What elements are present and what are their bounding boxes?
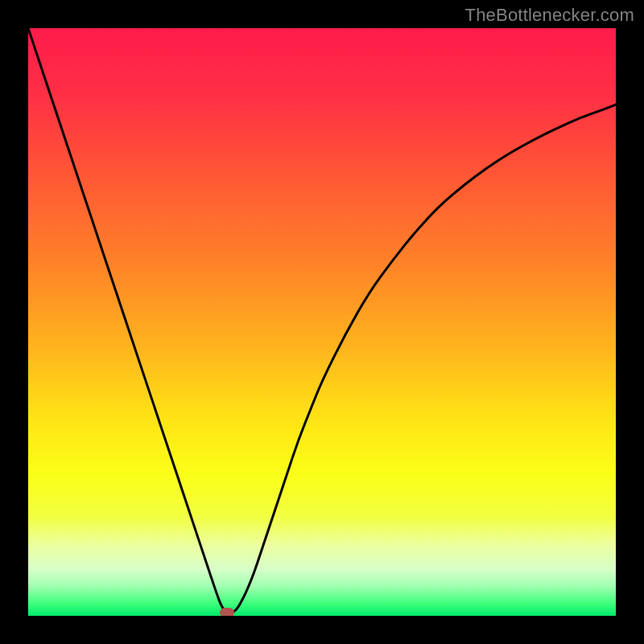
watermark-text: TheBottlenecker.com (465, 5, 634, 26)
plot-area (28, 28, 616, 616)
background-gradient (28, 28, 616, 616)
svg-rect-0 (28, 28, 616, 616)
chart-frame: TheBottlenecker.com (0, 0, 644, 644)
optimal-point-marker (220, 608, 234, 616)
